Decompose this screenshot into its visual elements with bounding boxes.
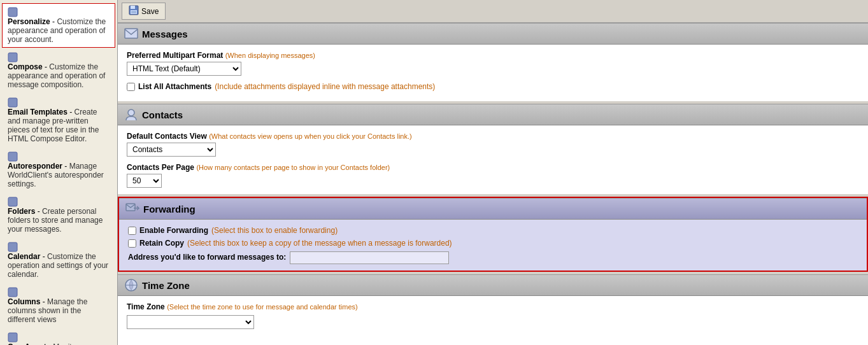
sidebar-title-calendar: Calendar [8,252,40,261]
sidebar-item-comagent[interactable]: ComAgent - Monitor your mail and synchro… [2,328,115,345]
contacts-view-select[interactable]: ContactsGroupsAll [127,143,216,157]
svg-rect-11 [131,11,136,13]
save-button[interactable]: Save [122,3,166,20]
contacts-section-header: Contacts [118,104,868,125]
svg-point-13 [128,109,134,116]
sidebar-item-compose[interactable]: Compose - Customize the appearance and o… [2,48,115,93]
retain-copy-checkbox[interactable] [128,239,136,248]
timezone-section-header: Time Zone [118,274,868,296]
forward-address-input[interactable] [290,251,449,264]
retain-copy-note: (Select this box to keep a copy of the m… [187,239,452,248]
comagent-icon [8,332,18,342]
default-view-label: Default Contacts View (What contacts vie… [127,132,859,141]
messages-section-title: Messages [142,29,188,39]
svg-rect-1 [8,53,17,62]
forwarding-section-body: Enable Forwarding (Select this box to en… [119,220,867,271]
sidebar-item-personalize[interactable]: Personalize - Customize the appearance a… [2,3,115,48]
retain-copy-label: Retain Copy [139,239,184,248]
save-label: Save [141,7,159,16]
retain-copy-row: Retain Copy (Select this box to keep a c… [128,239,858,248]
sidebar-item-calendar[interactable]: Calendar - Customize the operation and s… [2,238,115,283]
columns-icon [8,287,18,297]
timezone-label: Time Zone (Select the time zone to use f… [127,302,859,311]
timezone-icon [124,278,138,292]
contacts-per-page-note: (How many contacts per page to show in y… [196,164,390,171]
svg-rect-4 [8,197,17,206]
timezone-section-body: Time Zone (Select the time zone to use f… [118,296,868,335]
sidebar-item-email-templates[interactable]: Email Templates - Create and manage pre-… [2,94,115,147]
sidebar-title-columns: Columns [8,297,40,306]
forward-address-label: Address you'd like to forward messages t… [128,253,286,262]
sidebar-title-autoresponder: Autoresponder [8,162,62,171]
forwarding-section-title: Forwarding [143,204,196,215]
svg-rect-9 [131,6,135,9]
preferred-format-select[interactable]: HTML Text (Default)HTML OnlyText Only [127,62,241,76]
messages-icon [124,27,138,41]
svg-rect-7 [8,333,17,342]
list-attachments-row: List All Attachments (Include attachment… [127,82,859,91]
list-attachments-checkbox[interactable] [127,83,135,91]
svg-rect-6 [8,288,17,297]
forward-address-row: Address you'd like to forward messages t… [128,251,858,264]
compose-icon [8,52,18,62]
content-area: Messages Preferred Multipart Format (Whe… [118,23,868,345]
contacts-icon [124,108,138,122]
autoresponder-icon [8,151,18,162]
contacts-section-body: Default Contacts View (What contacts vie… [118,125,868,194]
enable-forwarding-label: Enable Forwarding [139,226,208,235]
sidebar-item-autoresponder[interactable]: Autoresponder - Manage WorldClient's aut… [2,148,115,192]
messages-section-header: Messages [118,23,868,45]
enable-forwarding-note: (Select this box to enable forwarding) [211,226,338,235]
preferred-format-note: (When displaying messages) [225,52,315,59]
sidebar-title-personalize: Personalize [8,17,50,26]
contacts-per-page-select[interactable]: 102550100 [127,174,162,188]
folders-icon [8,197,18,207]
forwarding-section: Forwarding Enable Forwarding (Select thi… [118,197,868,272]
contacts-section-title: Contacts [142,109,183,120]
timezone-note: (Select the time zone to use for message… [167,303,358,311]
sidebar-title-comagent: ComAgent [8,342,46,345]
enable-forwarding-row: Enable Forwarding (Select this box to en… [128,226,858,235]
svg-rect-2 [8,98,17,107]
email-templates-icon [8,97,18,108]
svg-rect-5 [8,243,17,251]
list-attachments-label: List All Attachments [138,82,211,91]
preferred-format-label: Preferred Multipart Format (When display… [127,51,859,60]
svg-rect-12 [125,29,138,38]
main-content: Save Messages Preferred Multipart Format… [118,0,868,345]
sidebar-item-columns[interactable]: Columns - Manage the columns shown in th… [2,283,115,328]
enable-forwarding-checkbox[interactable] [128,227,136,235]
calendar-icon [8,242,18,252]
timezone-section-title: Time Zone [142,280,190,291]
default-view-note: (What contacts view opens up when you cl… [209,132,412,140]
sidebar-title-compose: Compose [8,62,43,71]
timezone-select[interactable] [127,315,254,329]
personalize-icon [8,7,18,17]
svg-rect-3 [8,152,17,161]
svg-rect-0 [8,8,17,17]
sidebar: Personalize - Customize the appearance a… [0,0,118,345]
sidebar-item-folders[interactable]: Folders - Create personal folders to sto… [2,193,115,237]
sidebar-title-email-templates: Email Templates [8,108,68,116]
contacts-per-page-label: Contacts Per Page (How many contacts per… [127,163,859,172]
forwarding-section-header: Forwarding [119,198,867,220]
sidebar-title-folders: Folders [8,207,35,216]
toolbar: Save [118,0,868,23]
list-attachments-note: (Include attachments displayed inline wi… [215,82,435,91]
forwarding-icon [125,202,139,216]
messages-section-body: Preferred Multipart Format (When display… [118,45,868,101]
save-icon [129,5,139,17]
